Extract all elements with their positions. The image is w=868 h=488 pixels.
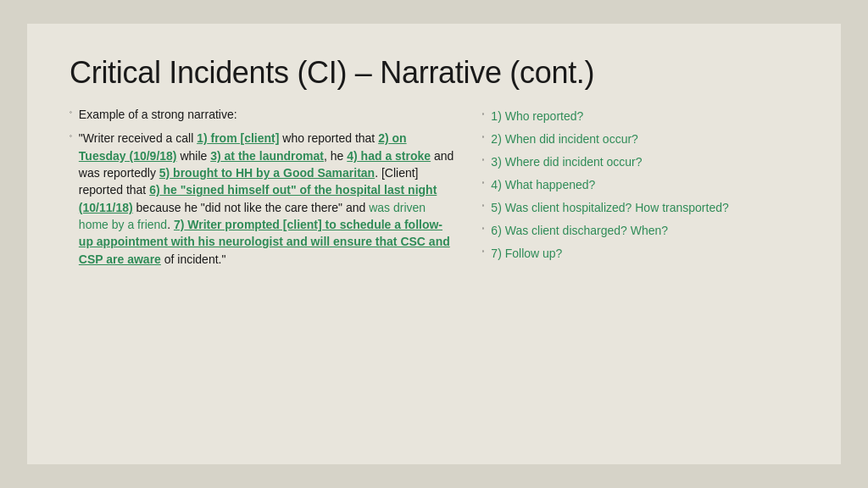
- right-text-7: 7) Follow up?: [491, 245, 798, 263]
- bullet-dot-r3: ◦: [482, 155, 485, 165]
- link-3: 3) at the laundromat: [210, 149, 324, 163]
- slide: Critical Incidents (CI) – Narrative (con…: [27, 24, 841, 464]
- right-column: ◦ 1) Who reported? ◦ 2) When did inciden…: [482, 106, 799, 439]
- narrative-text: "Writer received a call 1) from [client]…: [79, 130, 457, 267]
- bullet-dot-r7: ◦: [482, 247, 485, 257]
- right-bullet-4: ◦ 4) What happened?: [482, 176, 799, 194]
- bullet-dot-r5: ◦: [482, 201, 485, 211]
- left-column: ◦ Example of a strong narrative: ◦ "Writ…: [70, 106, 457, 439]
- right-text-1: 1) Who reported?: [491, 108, 798, 125]
- right-text-2: 2) When did incident occur?: [491, 130, 798, 148]
- link-1: 1) from [client]: [197, 131, 279, 145]
- bullet-dot-narrative: ◦: [70, 131, 72, 141]
- slide-title: Critical Incidents (CI) – Narrative (con…: [70, 54, 798, 91]
- intro-text: Example of a strong narrative:: [79, 106, 457, 123]
- right-bullet-1: ◦ 1) Who reported?: [482, 108, 799, 125]
- right-text-3: 3) Where did incident occur?: [491, 153, 798, 171]
- right-text-4: 4) What happened?: [491, 176, 798, 194]
- right-bullet-2: ◦ 2) When did incident occur?: [482, 130, 799, 148]
- content-area: ◦ Example of a strong narrative: ◦ "Writ…: [70, 106, 798, 439]
- bullet-dot-intro: ◦: [70, 108, 72, 118]
- bullet-dot-r4: ◦: [482, 178, 485, 188]
- right-text-5: 5) Was client hospitalized? How transpor…: [491, 199, 798, 217]
- bullet-dot-r1: ◦: [482, 109, 485, 119]
- right-bullet-3: ◦ 3) Where did incident occur?: [482, 153, 799, 171]
- bullet-dot-r6: ◦: [482, 224, 485, 234]
- link-5: 5) brought to HH by a Good Samaritan: [159, 166, 375, 180]
- narrative-bullet: ◦ "Writer received a call 1) from [clien…: [70, 130, 457, 267]
- right-bullet-7: ◦ 7) Follow up?: [482, 245, 799, 263]
- link-4: 4) had a stroke: [347, 149, 431, 163]
- right-text-6: 6) Was client discharged? When?: [491, 222, 798, 240]
- bullet-dot-r2: ◦: [482, 132, 485, 142]
- right-bullet-6: ◦ 6) Was client discharged? When?: [482, 222, 799, 240]
- intro-bullet: ◦ Example of a strong narrative:: [70, 106, 457, 123]
- right-bullet-5: ◦ 5) Was client hospitalized? How transp…: [482, 199, 799, 217]
